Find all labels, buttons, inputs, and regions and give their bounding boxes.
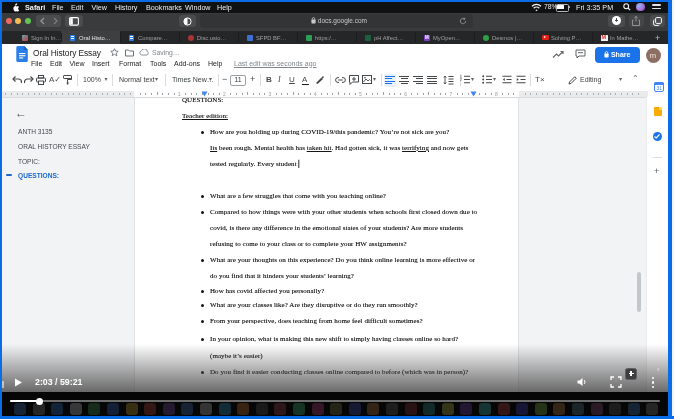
svg-text:2: 2 [460,78,462,82]
